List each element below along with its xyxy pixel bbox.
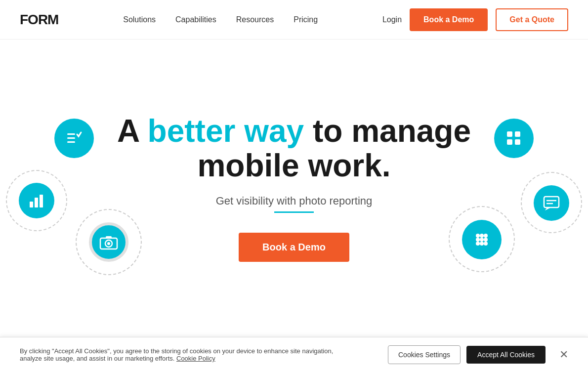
nav-solutions[interactable]: Solutions — [123, 15, 156, 24]
message-icon — [534, 185, 569, 221]
hero-headline: A better way to manage mobile work. — [101, 114, 487, 183]
svg-point-20 — [480, 234, 484, 238]
cookie-close-icon[interactable]: ✕ — [559, 349, 568, 360]
svg-rect-12 — [507, 139, 512, 145]
svg-rect-11 — [515, 131, 520, 137]
svg-rect-2 — [67, 141, 75, 143]
svg-point-23 — [480, 238, 484, 242]
svg-rect-15 — [544, 197, 559, 207]
svg-rect-13 — [515, 139, 520, 145]
nav-get-quote-button[interactable]: Get a Quote — [496, 8, 568, 31]
login-link[interactable]: Login — [382, 15, 402, 24]
svg-point-9 — [107, 242, 110, 245]
svg-point-27 — [484, 242, 488, 246]
svg-rect-5 — [40, 195, 43, 207]
nav-right: Login Book a Demo Get a Quote — [382, 8, 568, 31]
hero-section: A better way to manage mobile work. Get … — [0, 40, 588, 326]
cookie-policy-link[interactable]: Cookie Policy — [176, 355, 215, 362]
svg-rect-4 — [35, 198, 38, 207]
logo[interactable]: FORM — [20, 12, 58, 28]
nav-links: Solutions Capabilities Resources Pricing — [123, 15, 318, 24]
hero-subtext: Get visibility with photo reporting — [216, 195, 373, 207]
grid-icon — [494, 119, 534, 158]
svg-point-25 — [476, 242, 480, 246]
hero-book-demo-button[interactable]: Book a Demo — [239, 233, 349, 262]
cookie-message: By clicking "Accept All Cookies", you ag… — [20, 347, 356, 362]
navbar: FORM Solutions Capabilities Resources Pr… — [0, 0, 588, 40]
svg-point-24 — [484, 238, 488, 242]
dots-icon — [462, 220, 502, 259]
svg-point-21 — [484, 234, 488, 238]
camera-icon — [89, 222, 128, 262]
nav-book-demo-button[interactable]: Book a Demo — [410, 8, 488, 31]
svg-rect-1 — [67, 137, 75, 139]
cookie-banner: By clicking "Accept All Cookies", you ag… — [0, 337, 588, 372]
svg-point-26 — [480, 242, 484, 246]
cookie-buttons: Cookies Settings Accept All Cookies ✕ — [388, 345, 568, 364]
svg-rect-8 — [106, 236, 112, 239]
nav-resources[interactable]: Resources — [236, 15, 274, 24]
bar-chart-icon — [19, 183, 54, 218]
checklist-icon — [54, 119, 94, 158]
nav-capabilities[interactable]: Capabilities — [175, 15, 216, 24]
svg-rect-0 — [67, 133, 75, 135]
hero-divider — [274, 211, 314, 213]
svg-rect-3 — [30, 202, 33, 207]
cookies-settings-button[interactable]: Cookies Settings — [388, 345, 461, 364]
svg-point-19 — [476, 234, 480, 238]
nav-pricing[interactable]: Pricing — [294, 15, 318, 24]
svg-rect-10 — [507, 131, 512, 137]
svg-point-22 — [476, 238, 480, 242]
accept-all-cookies-button[interactable]: Accept All Cookies — [466, 346, 546, 364]
